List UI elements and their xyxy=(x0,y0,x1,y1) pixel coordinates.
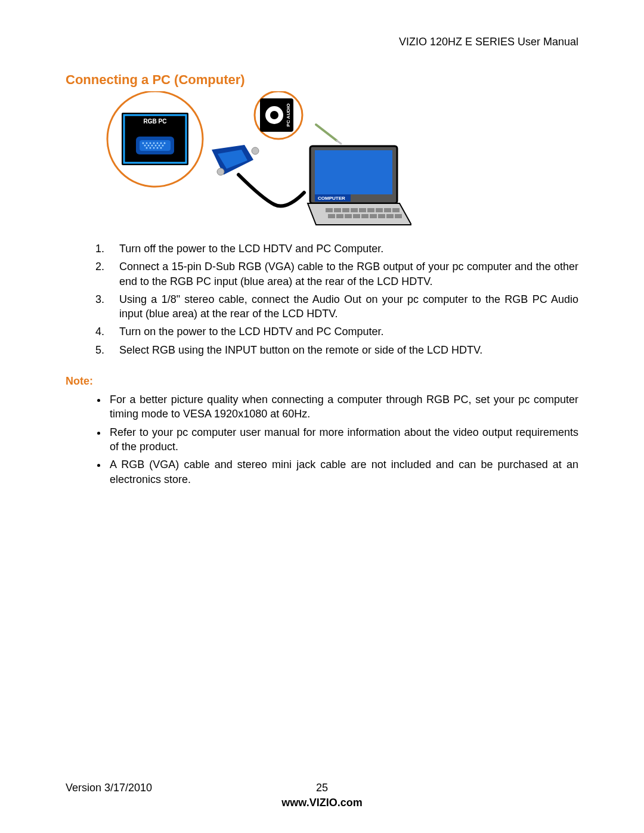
svg-rect-37 xyxy=(392,208,400,212)
svg-rect-27 xyxy=(315,150,392,194)
svg-rect-33 xyxy=(359,208,366,212)
svg-rect-32 xyxy=(351,208,358,212)
step-item: Turn off the power to the LCD HDTV and P… xyxy=(107,241,578,256)
section-heading: Connecting a PC (Computer) xyxy=(66,72,578,88)
connection-diagram: RGB PC PC AUDIO xyxy=(101,91,578,231)
svg-point-14 xyxy=(162,145,164,147)
footer-page-number: 25 xyxy=(316,782,328,794)
svg-rect-43 xyxy=(370,214,377,218)
svg-rect-29 xyxy=(326,208,333,212)
page-footer: Version 3/17/2010 25 www.VIZIO.com xyxy=(66,782,578,809)
svg-rect-34 xyxy=(367,208,374,212)
svg-point-24 xyxy=(252,147,259,154)
svg-rect-38 xyxy=(328,214,335,218)
svg-point-21 xyxy=(270,111,278,119)
svg-point-4 xyxy=(150,143,151,144)
svg-point-2 xyxy=(143,143,144,144)
note-heading: Note: xyxy=(66,375,578,388)
svg-point-19 xyxy=(160,147,162,149)
svg-rect-41 xyxy=(353,214,360,218)
svg-point-15 xyxy=(146,147,148,149)
svg-rect-42 xyxy=(361,214,369,218)
svg-point-13 xyxy=(159,145,160,147)
svg-rect-40 xyxy=(345,214,352,218)
svg-point-3 xyxy=(146,143,148,144)
step-item: Connect a 15-pin D-Sub RGB (VGA) cable t… xyxy=(107,259,578,289)
svg-point-7 xyxy=(160,143,162,144)
rgb-pc-label: RGB PC xyxy=(144,118,167,125)
document-page: VIZIO 120HZ E SERIES User Manual Connect… xyxy=(0,0,644,833)
computer-label: COMPUTER xyxy=(318,196,345,201)
svg-line-22 xyxy=(316,125,337,141)
laptop-icon: COMPUTER xyxy=(308,146,411,225)
note-item: Refer to your pc computer user manual fo… xyxy=(107,425,578,454)
svg-rect-30 xyxy=(334,208,341,212)
svg-point-11 xyxy=(151,145,153,147)
svg-rect-39 xyxy=(336,214,343,218)
audio-cable-icon xyxy=(316,125,341,144)
svg-point-9 xyxy=(144,145,146,147)
footer-url: www.VIZIO.com xyxy=(66,797,578,809)
steps-list: Turn off the power to the LCD HDTV and P… xyxy=(66,241,578,361)
step-item: Select RGB using the INPUT button on the… xyxy=(107,343,578,357)
svg-rect-45 xyxy=(386,214,394,218)
svg-rect-36 xyxy=(384,208,391,212)
svg-point-10 xyxy=(148,145,150,147)
note-item: For a better picture quality when connec… xyxy=(107,392,578,422)
notes-list: For a better picture quality when connec… xyxy=(66,392,578,490)
document-header: VIZIO 120HZ E SERIES User Manual xyxy=(66,36,578,48)
pc-audio-label: PC AUDIO xyxy=(286,104,291,127)
note-item: A RGB (VGA) cable and stereo mini jack c… xyxy=(107,457,578,487)
svg-point-17 xyxy=(153,147,155,149)
svg-line-23 xyxy=(337,141,341,144)
manual-title: VIZIO 120HZ E SERIES User Manual xyxy=(399,36,578,48)
step-item: Using a 1/8" stereo cable, connect the A… xyxy=(107,292,578,321)
svg-rect-35 xyxy=(376,208,383,212)
svg-point-8 xyxy=(164,143,166,144)
svg-point-12 xyxy=(155,145,157,147)
footer-version: Version 3/17/2010 xyxy=(66,782,152,794)
svg-point-16 xyxy=(150,147,151,149)
svg-point-18 xyxy=(157,147,159,149)
svg-rect-46 xyxy=(395,214,402,218)
svg-rect-31 xyxy=(342,208,349,212)
svg-point-5 xyxy=(153,143,155,144)
svg-rect-44 xyxy=(378,214,385,218)
step-item: Turn on the power to the LCD HDTV and PC… xyxy=(107,324,578,339)
vga-connector-icon xyxy=(212,145,304,206)
svg-point-25 xyxy=(217,168,224,175)
svg-point-6 xyxy=(157,143,159,144)
